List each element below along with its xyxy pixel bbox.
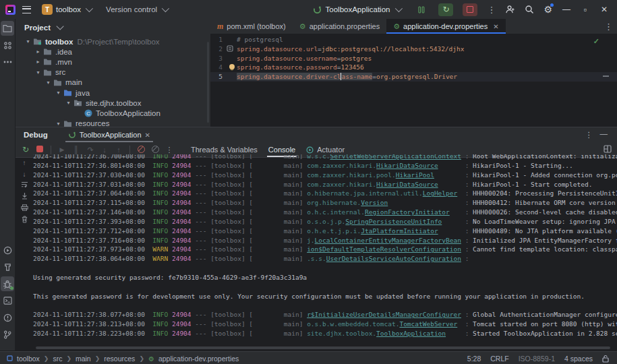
layout-settings-icon[interactable] <box>604 145 612 153</box>
tree-item--idea[interactable]: ▸.idea <box>16 47 210 57</box>
tab-options-icon[interactable]: ⋮ <box>604 22 613 32</box>
maven-icon: m <box>217 22 223 32</box>
tree-chevron-icon[interactable]: ▾ <box>54 90 63 96</box>
breadcrumb-item[interactable]: toolbox <box>17 355 40 363</box>
build-icon[interactable] <box>1 260 14 274</box>
console-line: 2024-11-10T11:27:38.223+08:00 INFO 24904… <box>33 329 617 338</box>
pause-button[interactable] <box>414 3 429 16</box>
tree-item-main[interactable]: ▾main <box>16 78 210 88</box>
minimize-button[interactable]: — <box>562 5 571 14</box>
editor-tab-application.properties[interactable]: ⚙application.properties <box>293 19 386 34</box>
close-icon[interactable]: ✕ <box>145 131 150 139</box>
editor-code[interactable]: 1# postgresql2spring.datasource.url=jdbc… <box>210 35 617 82</box>
down-arrow-icon[interactable]: ↓ <box>23 170 26 178</box>
maximize-button[interactable]: ▫ <box>581 5 590 15</box>
mute-icon[interactable] <box>150 146 160 154</box>
settings-gear-icon[interactable]: ⚙ <box>543 5 552 14</box>
tree-chevron-icon[interactable]: ▾ <box>24 38 32 44</box>
main-menu-icon[interactable] <box>22 6 31 13</box>
more-tool-windows-icon[interactable] <box>1 55 14 69</box>
soft-wrap-icon[interactable] <box>21 181 28 189</box>
print-icon[interactable] <box>21 204 28 212</box>
git-branch-icon[interactable] <box>1 327 14 342</box>
tree-item--mvn[interactable]: ▸.mvn <box>16 57 210 67</box>
more-run-options-icon[interactable]: ⋮ <box>487 5 496 15</box>
mute-breakpoints-icon[interactable] <box>136 146 146 154</box>
scroll-to-end-icon[interactable] <box>22 193 28 201</box>
folder-icon <box>42 69 53 76</box>
datasource-icon[interactable] <box>223 44 237 54</box>
editor-line-5: 5spring.datasource.driver-class-name=org… <box>210 72 617 82</box>
breadcrumb-item[interactable]: application-dev.properties <box>158 355 239 363</box>
tree-chevron-icon[interactable]: ▾ <box>44 80 53 86</box>
code-with-me-icon[interactable] <box>505 5 515 14</box>
editor-tab-application-dev.properties[interactable]: ⚙application-dev.properties✕ <box>386 19 505 34</box>
run-configuration-widget[interactable]: ToolboxApplication <box>309 3 405 16</box>
breadcrumb-item[interactable]: main <box>76 355 91 363</box>
structure-icon[interactable] <box>1 38 14 53</box>
tree-item-site-djhx-toolbox[interactable]: ▾site.djhx.toolbox <box>16 98 210 108</box>
tree-chevron-icon[interactable]: ▾ <box>34 69 42 75</box>
line-ending-widget[interactable]: CRLF <box>490 355 508 363</box>
folder-icon <box>53 79 63 86</box>
debug-session-tab[interactable]: ToolboxApplication ✕ <box>63 127 156 142</box>
resume-icon[interactable]: ▶ <box>57 146 67 153</box>
toolbar-separator <box>51 146 51 154</box>
rerun-icon[interactable]: ↻ <box>21 145 30 154</box>
step-over-icon[interactable]: ↷ <box>86 146 95 154</box>
close-tab-icon[interactable]: ✕ <box>493 23 498 30</box>
package-icon <box>73 99 83 107</box>
tree-item-java[interactable]: ▾java <box>16 88 210 98</box>
inspections-widget[interactable]: ✓ <box>593 37 599 46</box>
breadcrumb-item[interactable]: src <box>53 355 62 363</box>
encoding-widget[interactable]: ISO-8859-1 <box>519 355 555 363</box>
restart-icon: ↻ <box>442 5 449 13</box>
tree-chevron-icon[interactable]: ▾ <box>64 100 73 106</box>
tree-chevron-icon[interactable]: ▸ <box>34 59 42 65</box>
tree-item-toolboxapplication[interactable]: CToolboxApplication <box>16 108 210 118</box>
debug-tool-window: Debug ToolboxApplication ✕ ↻▶║↷↓↑⋮ Threa… <box>16 127 617 351</box>
editor-tab-pom.xml[interactable]: mpom.xml (toolbox) <box>210 19 293 34</box>
stop-icon[interactable] <box>35 146 45 154</box>
vcs-widget[interactable]: Version control <box>102 3 171 16</box>
indent-widget[interactable]: 4 spaces <box>564 355 593 363</box>
project-widget[interactable]: T toolbox <box>38 2 95 17</box>
project-tool-window: Project ▾toolboxD:\Project\Temp\toolbox▸… <box>16 19 210 127</box>
caret-position-widget[interactable]: 5:28 <box>467 355 481 363</box>
problems-icon[interactable] <box>1 310 14 325</box>
tree-chevron-icon[interactable]: ▾ <box>54 121 63 127</box>
step-into-icon[interactable]: ↓ <box>100 146 109 154</box>
debug-options-icon[interactable]: ⋮ <box>585 130 593 140</box>
tree-item-resources[interactable]: ▾resources <box>16 119 210 127</box>
more-icon[interactable]: ⋮ <box>165 146 174 154</box>
hide-tool-window-icon[interactable]: — <box>600 129 608 138</box>
close-button[interactable]: ✕ <box>599 5 609 14</box>
console-output[interactable]: 2024-11-10T11:27:36.700+08:00 INFO 24904… <box>33 154 617 343</box>
project-folder-icon <box>32 38 42 45</box>
terminal-icon[interactable] <box>1 293 14 308</box>
console-horizontal-scrollbar[interactable] <box>36 346 610 349</box>
pause-icon[interactable]: ║ <box>71 146 81 154</box>
services-icon[interactable] <box>1 243 14 257</box>
up-arrow-icon[interactable]: ↑ <box>23 158 26 166</box>
tree-item-toolbox[interactable]: ▾toolboxD:\Project\Temp\toolbox <box>16 36 210 47</box>
editor-area[interactable]: mpom.xml (toolbox)⚙application.propertie… <box>210 19 617 127</box>
rerun-debug-button[interactable]: ↻ <box>438 3 453 16</box>
clear-all-icon[interactable] <box>22 216 28 224</box>
project-name: toolbox <box>56 5 81 13</box>
console-line: 2024-11-10T11:27:36.801+08:00 INFO 24904… <box>33 161 617 171</box>
project-scrollbar[interactable] <box>207 42 209 123</box>
editor-line-1: 1# postgresql <box>210 35 617 44</box>
debug-icon[interactable] <box>1 276 14 291</box>
search-icon[interactable] <box>525 5 534 14</box>
lock-icon[interactable] <box>602 355 609 363</box>
step-out-icon[interactable]: ↑ <box>114 146 123 154</box>
stop-button[interactable] <box>463 3 477 16</box>
breadcrumb-item[interactable]: resources <box>104 355 135 363</box>
tree-item-src[interactable]: ▾src <box>16 67 210 78</box>
project-folder-icon[interactable] <box>1 21 14 36</box>
intention-bulb-icon[interactable] <box>229 64 235 69</box>
title-bar: T toolbox Version control ToolboxApplica… <box>0 0 617 19</box>
tree-chevron-icon[interactable]: ▸ <box>34 49 42 55</box>
project-panel-header[interactable]: Project <box>16 19 210 36</box>
